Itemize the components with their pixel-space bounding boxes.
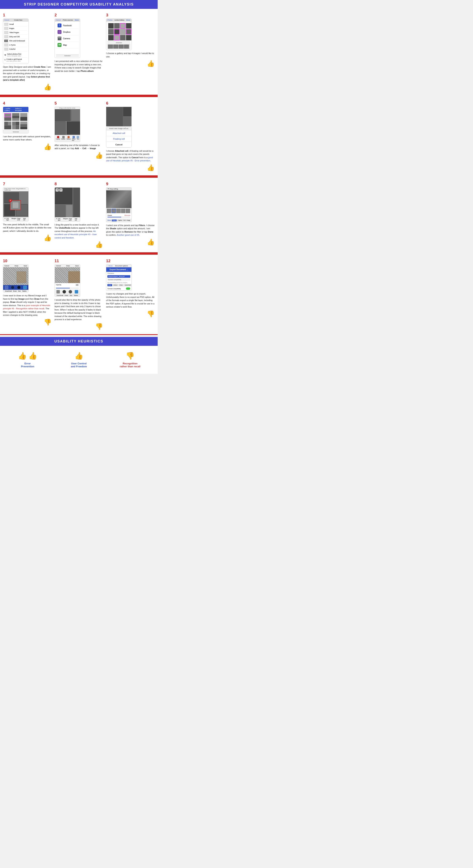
fmt-sdstrip[interactable]: SDSTRIP [124, 284, 132, 286]
od-tool-3[interactable] [69, 290, 72, 293]
export-doc-title: Export Document ... [106, 267, 131, 272]
template-pages: Pages [4, 26, 27, 31]
template-small-label: Small [9, 23, 14, 25]
tb-cancel-label: Cancel [56, 138, 60, 140]
gear-icon: ⚙ [4, 54, 6, 56]
source-camera: 📷 Camera [56, 35, 79, 42]
slider-line [107, 217, 130, 217]
step-2-num: 2 [55, 13, 57, 18]
step-3-done: Done [126, 19, 130, 21]
panel-5-4 [71, 109, 80, 121]
tb7-page[interactable]: Page area [17, 218, 22, 221]
create-new-title: Create New [14, 19, 22, 21]
remove-btn[interactable]: Remove [125, 214, 131, 216]
shade-label: Shade [107, 214, 112, 216]
tb8-margins[interactable]: Margins [63, 218, 68, 221]
tb9-done[interactable]: Done [108, 220, 111, 221]
tb7-cell[interactable]: Cell type [6, 218, 11, 221]
step-1-phone-bar: Cancel Create New [3, 19, 28, 22]
fmt-png[interactable]: PNG [119, 284, 124, 286]
step-4-bar: ‹ Lenka Gallery Select a template [3, 107, 28, 112]
sel-thumb-3 [119, 44, 124, 49]
fmt-pdf[interactable]: PDF [107, 284, 112, 286]
tb7-undo[interactable]: ⟲ [4, 218, 5, 221]
step-4-back: ‹ Lenka Gallery [4, 107, 15, 112]
step-7-text: The new panel defaults to the middle. Th… [3, 223, 52, 233]
od-tool-1[interactable] [56, 290, 60, 293]
step-6-cell: 6 Insert new image cell as: Attached cel… [106, 101, 155, 172]
tb7-add[interactable]: Add cell [23, 218, 27, 221]
step-12-text: I save my changes and then go to export.… [106, 292, 155, 309]
compat-toggle[interactable] [126, 287, 130, 290]
tb9-filters[interactable]: Filters [112, 220, 117, 221]
heuristic-error-prevention: 👍 👍 ErrorPrevention [4, 352, 51, 368]
od-tool-2[interactable] [63, 290, 66, 293]
select-photos-sub: and a template after [7, 55, 21, 57]
tb11-size[interactable]: Size [70, 295, 72, 296]
section-1-3: 1 Cancel Create New Small Pages Titl [0, 9, 158, 95]
dialog-cancel[interactable]: Cancel [106, 142, 131, 148]
template-icon-dirty [4, 35, 8, 38]
selected-thumbs [107, 44, 130, 49]
header-title: STRIP DESIGNER COMPETITOR USABILITY ANAL… [24, 2, 134, 6]
step-5-text: After selecting one of the templates I c… [55, 144, 103, 150]
export-filename-value: StripDesigner_Strip.pdf [107, 275, 130, 278]
select-photos-item: ⚙ Select photos first and a template aft… [4, 53, 27, 58]
step-2-cell: 2 Cancel Photo sources Done f Facebook ⬡… [55, 13, 103, 91]
undo-btn[interactable]: ⟲ [56, 188, 59, 191]
opacity-label: Opacity [56, 284, 61, 286]
draw-tool-3[interactable] [17, 286, 21, 289]
draw-tool-2[interactable] [11, 286, 14, 289]
tc-3 [20, 113, 27, 121]
tb10-size[interactable]: Size [18, 290, 21, 292]
step-11-cell: 11 Cancel Draw Save Opacity 24 [55, 259, 103, 330]
tb9-cell[interactable]: Cell [123, 220, 126, 221]
od-tool-4[interactable] [75, 290, 78, 293]
step-2-cancel: Cancel [56, 19, 61, 21]
opacity-slider-row: Opacity 24 [55, 283, 80, 287]
selected-label-3: Selected [107, 41, 130, 44]
step-12-bar: ‹ Share Document options [106, 265, 131, 267]
tb9-caption[interactable]: Caption [117, 220, 123, 221]
step-5-toolbar: Cancel Button Sticker Effect text T Text [55, 135, 80, 142]
redo-btn[interactable]: ⟳ [59, 188, 63, 191]
section-7-9: 7 Drag cell to move. Drag dividers to re… [0, 178, 158, 253]
template-icon-small [4, 23, 8, 26]
panel-8-3 [55, 205, 66, 217]
photo-10 [114, 35, 120, 40]
tb10-erase[interactable]: Erase [13, 290, 16, 292]
photo-7 [120, 29, 126, 34]
step-3-phone-bar: Photos Lenka Gallery Done [106, 19, 131, 22]
step-1-thumb-up: 👍 [44, 83, 52, 91]
tb8-cell[interactable]: Cell type [58, 218, 62, 221]
tb8-add[interactable]: Add cell [75, 218, 79, 221]
tb7-margins[interactable]: Margins [11, 218, 16, 221]
fmt-jpeg[interactable]: JPEG [112, 284, 118, 286]
tb11-draw[interactable]: DrawSmall [57, 295, 63, 296]
tb11-tablets[interactable]: Tablets [74, 295, 78, 296]
section-10-12: 10 Cancel Draw Save DrawSmall Erase Size… [0, 255, 158, 335]
step-7-num: 7 [3, 182, 5, 186]
tb11-erase[interactable]: Erase [65, 295, 68, 296]
tb8-undo[interactable]: ⟲ [56, 218, 57, 221]
photo-8 [126, 29, 131, 34]
draw-tool-1[interactable] [5, 286, 8, 289]
heuristic-recognition: 👎 Recognitionrather than recall [106, 352, 154, 368]
tb9-image[interactable]: Image [127, 220, 130, 221]
floating-cell-option[interactable]: Floating cell [106, 136, 131, 142]
template-grid [3, 112, 28, 130]
tb10-draw[interactable]: DrawSmall [5, 290, 12, 292]
source-facebook: f Facebook [56, 22, 79, 29]
draw-tool-4[interactable] [23, 286, 27, 289]
step-2-phone-body: f Facebook ⬡ Dropbox 📷 Camera 🗺 Map Sele… [55, 22, 80, 58]
tb-text-label: Text [77, 138, 79, 140]
delete-x-btn[interactable]: × [9, 199, 12, 202]
thumb-down-rec: 👎 [126, 352, 135, 360]
compat-toggle-label: Increase compatibility [107, 288, 121, 289]
tb8-page[interactable]: Page area [69, 218, 74, 221]
heuristic-user-control: 👍 User Controland Freedom [55, 352, 102, 368]
attached-cell-option[interactable]: Attached cell [106, 130, 131, 136]
tb10-tablets[interactable]: Tablets [22, 290, 26, 292]
step-10-text: I now want to draw on my filtered image … [3, 294, 52, 317]
opacity-overlay [68, 271, 80, 283]
